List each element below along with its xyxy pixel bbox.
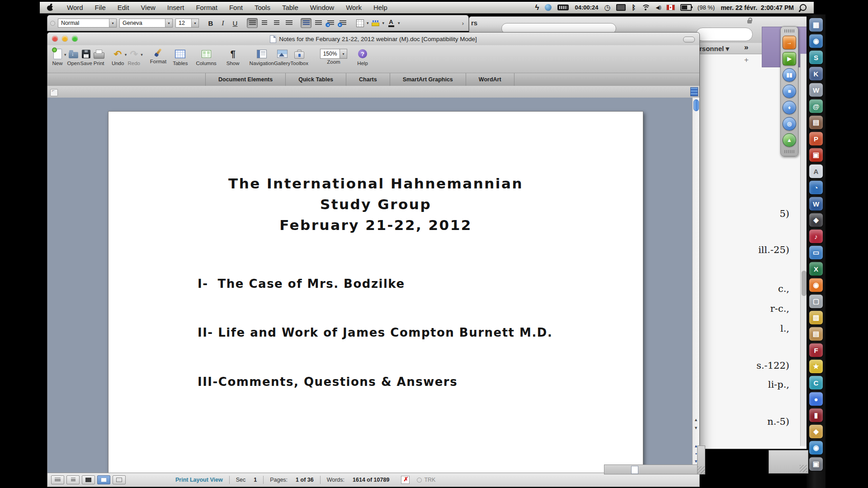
undo-button[interactable]: ↶Undo <box>112 48 124 66</box>
align-right-button[interactable] <box>271 18 282 28</box>
menu-item[interactable]: Work <box>340 4 368 11</box>
notebook-view-button[interactable] <box>113 475 126 484</box>
palette-button[interactable]: ▲ <box>783 133 796 147</box>
dock-app-icon[interactable]: K <box>809 67 823 80</box>
menu-item[interactable]: Tools <box>249 4 276 11</box>
decrease-indent-button[interactable]: ◂ <box>325 18 336 28</box>
browser-scrollbar-thumb[interactable] <box>802 271 807 296</box>
ruler-corner-icon[interactable] <box>50 89 58 96</box>
dock-app-icon[interactable]: S <box>809 51 823 64</box>
chevron-down-icon[interactable]: ▾ <box>109 19 116 27</box>
chevron-down-icon[interactable]: ▾ <box>125 52 127 57</box>
numbered-list-button[interactable] <box>301 18 311 28</box>
dock-app-icon[interactable]: C <box>809 376 823 389</box>
menu-item[interactable]: Word <box>61 4 89 11</box>
tables-button[interactable]: Tables <box>173 48 188 66</box>
displays-icon[interactable] <box>616 4 626 11</box>
chevron-down-icon[interactable]: ▾ <box>191 19 198 27</box>
gallery-button[interactable]: Gallery <box>274 48 290 66</box>
gallery-tab[interactable]: SmartArt Graphics <box>390 73 466 86</box>
zoom-control[interactable]: 150%▾ Zoom <box>320 48 347 65</box>
toolbar-overflow-icon[interactable]: › <box>462 20 464 27</box>
justify-button[interactable] <box>283 18 294 28</box>
dock-app-icon[interactable]: F <box>809 343 823 357</box>
dock-app-icon[interactable]: ▭ <box>809 246 823 259</box>
gallery-tab[interactable]: WordArt <box>466 73 514 86</box>
gallery-tab[interactable]: Document Elements <box>206 73 286 86</box>
save-button[interactable]: Save <box>80 48 93 66</box>
dock-app-icon[interactable]: ▢ <box>809 295 823 308</box>
scroll-up-button[interactable]: ▲ <box>693 416 699 423</box>
chevron-down-icon[interactable]: ▾ <box>64 52 66 57</box>
font-color-button[interactable]: A <box>386 18 396 28</box>
bluetooth-icon[interactable]: ᛒ <box>632 4 636 11</box>
dock-app-icon[interactable]: ★ <box>809 360 823 373</box>
chevron-down-icon[interactable]: ▾ <box>367 21 369 25</box>
split-handle-icon[interactable] <box>690 87 698 96</box>
gallery-tab[interactable]: Quick Tables <box>286 73 346 86</box>
size-combobox[interactable]: 12 ▾ <box>175 19 199 28</box>
flash-icon[interactable]: ϟ <box>535 3 539 12</box>
volume-icon[interactable]: ◀)) <box>656 5 660 10</box>
bold-button[interactable]: B <box>205 18 216 28</box>
battery-icon[interactable] <box>680 4 692 11</box>
time-machine-icon[interactable]: ◷ <box>604 3 610 12</box>
dock-app-icon[interactable]: ▤ <box>809 327 823 341</box>
style-combobox[interactable]: Normal ▾ <box>58 19 117 28</box>
toolbar-toggle-pill[interactable] <box>683 37 695 42</box>
menu-item[interactable]: Help <box>368 4 393 11</box>
chevron-down-icon[interactable]: ▾ <box>398 21 400 25</box>
palette-button[interactable]: ■ <box>783 84 796 98</box>
dock-app-icon[interactable]: ▨ <box>809 311 823 324</box>
document-proxy-icon[interactable] <box>270 35 276 43</box>
toolbox-button[interactable]: Toolbox <box>290 48 308 66</box>
globe-icon[interactable] <box>545 4 552 11</box>
palette-button[interactable]: ◎ <box>783 117 796 131</box>
dock-app-icon[interactable]: P <box>809 132 823 145</box>
dock-app-icon[interactable]: ◆ <box>809 213 823 227</box>
scroll-down-button[interactable]: ▼ <box>693 424 699 432</box>
add-tab-button[interactable]: + <box>744 56 749 65</box>
toolbar-handle-icon[interactable] <box>50 21 55 26</box>
dock-app-icon[interactable]: ◉ <box>809 441 823 455</box>
vertical-scrollbar[interactable]: ▲ ▼ ▲ ● ▼ <box>692 98 699 473</box>
zoom-window-button[interactable] <box>72 36 78 42</box>
publishing-view-button[interactable] <box>82 475 95 484</box>
menu-item[interactable]: Edit <box>112 4 135 11</box>
menu-item[interactable]: Window <box>304 4 340 11</box>
dock-app-icon[interactable]: ◔ <box>809 181 823 194</box>
dock-app-icon[interactable]: ◉ <box>809 278 823 292</box>
palette-drag-handle-bottom[interactable] <box>784 150 794 153</box>
bookmarks-overflow-chevrons[interactable]: » <box>744 43 748 52</box>
align-left-button[interactable] <box>247 18 258 28</box>
dock-app-icon[interactable]: ● <box>809 392 823 406</box>
increase-indent-button[interactable]: ▸ <box>337 18 348 28</box>
wifi-icon[interactable] <box>642 5 650 10</box>
gallery-tab[interactable]: Charts <box>346 73 390 86</box>
apple-menu-icon[interactable] <box>47 4 54 11</box>
chevron-down-icon[interactable]: ▾ <box>141 52 143 57</box>
palette-drag-handle[interactable] <box>784 29 794 33</box>
dock-app-icon[interactable]: W <box>809 83 823 97</box>
outline-view-button[interactable] <box>66 475 80 484</box>
bullet-list-button[interactable] <box>313 18 324 28</box>
dock-app-icon[interactable]: ▮ <box>809 408 823 422</box>
open-button[interactable]: Open <box>67 48 80 66</box>
highlight-button[interactable] <box>370 18 381 28</box>
palette-button[interactable]: ▮▮ <box>783 68 796 82</box>
chevron-down-icon[interactable]: ▾ <box>165 19 172 27</box>
input-language-flag-icon[interactable]: ♦ <box>667 5 675 10</box>
dock-app-icon[interactable]: ▣ <box>809 148 823 162</box>
menu-item[interactable]: Table <box>276 4 304 11</box>
redo-button[interactable]: ↷Redo <box>127 48 140 66</box>
chevron-down-icon[interactable]: ▾ <box>340 49 347 59</box>
dock-app-icon[interactable]: A <box>809 164 823 178</box>
title-bar[interactable]: Notes for the February 21-22, 2012 webin… <box>47 33 699 46</box>
font-combobox[interactable]: Geneva ▾ <box>119 19 173 28</box>
menu-item[interactable]: Font <box>223 4 249 11</box>
palette-button[interactable]: ▶ <box>783 52 796 66</box>
minimize-button[interactable] <box>62 36 68 42</box>
menu-item[interactable]: View <box>135 4 161 11</box>
align-center-button[interactable] <box>259 18 270 28</box>
bookmark-item[interactable]: rsonnel ▾ <box>699 45 729 53</box>
